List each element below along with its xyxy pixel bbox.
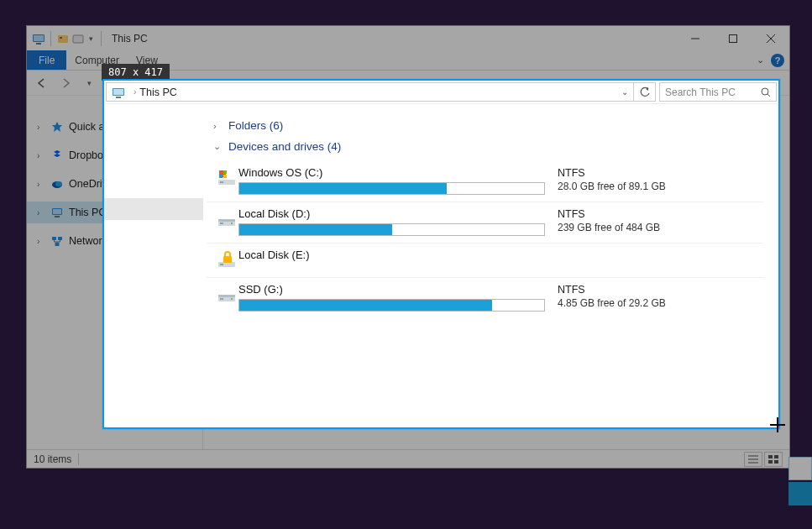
drive-name: Local Disk (D:) <box>238 207 558 220</box>
sidebar-selection-highlight <box>104 198 203 220</box>
pc-icon <box>110 84 127 101</box>
svg-rect-18 <box>58 237 62 240</box>
maximize-button[interactable] <box>714 26 752 50</box>
back-button[interactable] <box>32 73 52 93</box>
address-search-row: › This PC ⌄ Search This PC <box>104 81 778 104</box>
drive-info: NTFS239 GB free of 484 GB <box>558 207 709 233</box>
drive-filesystem: NTFS <box>558 208 709 220</box>
drive-usage-bar <box>238 182 545 195</box>
expand-icon[interactable]: › <box>37 180 45 189</box>
svg-rect-17 <box>52 237 56 240</box>
drive-item[interactable]: Windows OS (C:)NTFS28.0 GB free of 89.1 … <box>207 161 763 202</box>
file-tab[interactable]: File <box>27 50 66 70</box>
breadcrumb-location[interactable]: This PC <box>139 86 176 98</box>
network-icon <box>50 234 64 248</box>
svg-marker-11 <box>54 150 60 157</box>
svg-rect-46 <box>220 264 223 265</box>
star-icon <box>50 120 64 134</box>
svg-rect-19 <box>55 243 60 246</box>
details-view-button[interactable] <box>744 452 762 467</box>
new-folder-icon[interactable] <box>71 32 85 45</box>
svg-line-32 <box>767 94 770 97</box>
svg-rect-25 <box>768 460 773 464</box>
svg-rect-4 <box>60 37 62 39</box>
svg-rect-26 <box>774 460 778 464</box>
section-label: Devices and drives (4) <box>228 140 341 153</box>
svg-marker-10 <box>52 122 62 132</box>
pc-icon <box>32 32 45 45</box>
drive-free-text: 28.0 GB free of 89.1 GB <box>558 181 709 192</box>
drive-item[interactable]: Local Disk (D:)NTFS239 GB free of 484 GB <box>207 202 763 244</box>
svg-point-31 <box>762 88 768 95</box>
svg-rect-38 <box>223 170 227 174</box>
svg-rect-7 <box>729 34 736 42</box>
svg-rect-2 <box>36 43 41 45</box>
inner-sidebar-stub <box>104 104 203 427</box>
address-dropdown-icon[interactable]: ⌄ <box>616 87 633 97</box>
svg-point-44 <box>231 223 233 224</box>
drive-free-text: 239 GB free of 484 GB <box>558 222 709 233</box>
crop-cursor-icon <box>770 417 785 432</box>
drive-item[interactable]: SSD (G:)NTFS4.85 GB free of 29.2 GB <box>207 278 763 318</box>
expand-icon[interactable]: › <box>37 208 45 217</box>
drive-info: NTFS4.85 GB free of 29.2 GB <box>558 283 709 309</box>
title-bar: ▾ This PC <box>27 26 789 50</box>
expand-icon[interactable]: › <box>37 151 45 160</box>
drive-filesystem: NTFS <box>558 284 709 296</box>
drive-icon <box>215 249 238 270</box>
svg-point-13 <box>55 181 62 186</box>
expand-icon[interactable]: › <box>37 123 45 132</box>
drive-item[interactable]: Local Disk (E:) <box>207 244 763 278</box>
drive-icon <box>215 207 238 229</box>
drive-name: Local Disk (E:) <box>238 249 558 261</box>
drive-usage-bar <box>238 299 545 312</box>
drive-free-text: 4.85 GB free of 29.2 GB <box>558 297 709 309</box>
recent-dropdown-icon[interactable]: ▾ <box>79 73 99 93</box>
svg-rect-28 <box>113 89 123 95</box>
icons-view-button[interactable] <box>764 452 783 467</box>
svg-rect-40 <box>223 175 227 178</box>
status-bar: 10 items <box>27 449 789 468</box>
refresh-button[interactable] <box>634 82 656 102</box>
section-drives[interactable]: ⌄ Devices and drives (4) <box>213 140 763 153</box>
chevron-down-icon: ⌄ <box>213 141 223 152</box>
svg-rect-39 <box>219 175 223 178</box>
svg-rect-3 <box>58 35 68 43</box>
content-pane[interactable]: › Folders (6) ⌄ Devices and drives (4) W… <box>203 104 778 427</box>
search-icon <box>761 87 771 97</box>
stray-box <box>788 482 812 505</box>
address-bar[interactable]: › This PC ⌄ <box>106 82 634 102</box>
svg-rect-15 <box>53 209 61 214</box>
qat-dropdown-icon[interactable]: ▾ <box>86 34 96 43</box>
stray-box <box>788 457 812 480</box>
minimize-button[interactable] <box>676 26 714 50</box>
sidebar-item-label: This PC <box>69 207 106 218</box>
svg-rect-1 <box>34 35 44 41</box>
folder-properties-icon[interactable] <box>56 32 70 45</box>
onedrive-icon <box>50 177 64 191</box>
snip-dimension-badge: 807 x 417 <box>102 64 170 81</box>
forward-button[interactable] <box>55 73 76 93</box>
search-placeholder: Search This PC <box>665 86 736 98</box>
drive-name: Windows OS (C:) <box>238 166 558 179</box>
help-icon[interactable]: ? <box>771 54 784 67</box>
dropbox-icon <box>50 149 64 162</box>
search-input[interactable]: Search This PC <box>659 82 777 102</box>
section-folders[interactable]: › Folders (6) <box>213 119 763 132</box>
chevron-right-icon[interactable]: › <box>134 87 136 97</box>
svg-rect-37 <box>219 170 223 174</box>
ribbon-collapse-icon[interactable]: ⌄ <box>757 55 764 65</box>
close-button[interactable] <box>752 26 789 50</box>
svg-rect-5 <box>73 35 83 43</box>
svg-rect-47 <box>223 256 232 263</box>
svg-point-51 <box>231 298 233 300</box>
svg-rect-49 <box>218 295 235 297</box>
drive-info: NTFS28.0 GB free of 89.1 GB <box>558 166 709 192</box>
svg-rect-23 <box>768 455 773 458</box>
drive-usage-bar <box>238 223 545 236</box>
svg-rect-24 <box>774 455 778 458</box>
svg-rect-34 <box>220 181 223 183</box>
section-label: Folders (6) <box>228 119 283 132</box>
expand-icon[interactable]: › <box>37 237 45 246</box>
sidebar-item-label: Network <box>69 235 107 247</box>
